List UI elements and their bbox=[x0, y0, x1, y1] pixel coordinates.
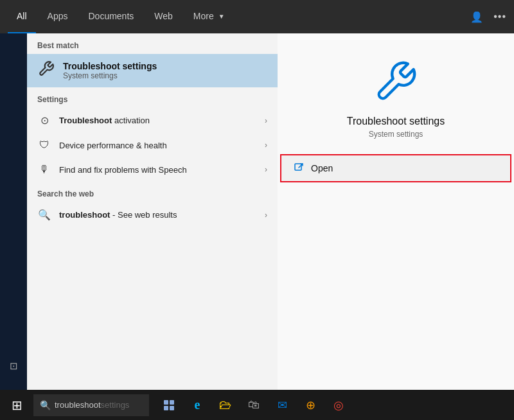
detail-title: Troubleshoot settings bbox=[347, 116, 445, 127]
tab-documents[interactable]: Documents bbox=[79, 0, 143, 33]
svg-rect-3 bbox=[164, 406, 168, 410]
open-button[interactable]: Open bbox=[280, 154, 511, 182]
microphone-icon: 🎙 bbox=[37, 164, 51, 175]
search-typed-text: troubleshoot bbox=[55, 400, 101, 410]
list-item-activation[interactable]: ⊙ Troubleshoot activation › bbox=[27, 108, 278, 133]
chevron-right-icon-3: › bbox=[265, 165, 267, 174]
activation-label: Troubleshoot activation bbox=[59, 116, 257, 125]
mail-icon[interactable]: ✉ bbox=[270, 393, 294, 417]
taskbar-icon-group: e 🗁 🛍 ✉ ⊕ ◎ bbox=[152, 393, 356, 417]
open-label: Open bbox=[311, 163, 333, 173]
folder-icon[interactable]: 🗁 bbox=[213, 393, 238, 417]
task-view-icon[interactable] bbox=[157, 393, 181, 417]
search-box-icon: 🔍 bbox=[40, 400, 51, 410]
chevron-down-icon: ▼ bbox=[218, 13, 225, 20]
detail-wrench-icon bbox=[373, 59, 418, 107]
tab-more[interactable]: More ▼ bbox=[184, 0, 234, 33]
web-search-item[interactable]: 🔍 troubleshoot - See web results › bbox=[27, 202, 278, 227]
web-search-label: Search the web bbox=[27, 182, 278, 202]
open-window-icon bbox=[294, 162, 305, 175]
svg-rect-2 bbox=[170, 400, 174, 405]
tab-all[interactable]: All bbox=[8, 0, 36, 33]
chevron-right-web-icon: › bbox=[265, 211, 267, 220]
nav-right-icons: 👤 ••• bbox=[470, 11, 506, 23]
best-match-title: Troubleshoot settings bbox=[63, 61, 157, 71]
svg-rect-0 bbox=[295, 164, 301, 170]
ie-icon[interactable]: ⊕ bbox=[298, 393, 323, 417]
best-match-item[interactable]: Troubleshoot settings System settings bbox=[27, 54, 278, 87]
chevron-right-icon-2: › bbox=[265, 141, 267, 150]
list-item-speech[interactable]: 🎙 Find and fix problems with Speech › bbox=[27, 157, 278, 182]
start-button[interactable]: ⊞ bbox=[3, 390, 31, 420]
settings-label: Settings bbox=[27, 87, 278, 108]
taskbar: ⊞ 🔍 troubleshoot settings e 🗁 🛍 ✉ ⊕ ◎ bbox=[0, 390, 514, 420]
best-match-subtitle: System settings bbox=[63, 71, 157, 80]
list-item-device-performance[interactable]: 🛡 Device performance & health › bbox=[27, 133, 278, 157]
speech-label: Find and fix problems with Speech bbox=[59, 165, 257, 175]
store-icon[interactable]: 🛍 bbox=[242, 393, 266, 417]
detail-subtitle: System settings bbox=[369, 130, 423, 139]
svg-rect-1 bbox=[164, 400, 168, 405]
web-item-label: troubleshoot - See web results bbox=[59, 210, 257, 220]
chevron-right-icon: › bbox=[265, 116, 267, 125]
taskbar-search-box[interactable]: 🔍 troubleshoot settings bbox=[33, 394, 149, 416]
device-performance-label: Device performance & health bbox=[59, 141, 257, 150]
top-nav: All Apps Documents Web More ▼ 👤 ••• bbox=[0, 0, 514, 33]
chrome-icon[interactable]: ◎ bbox=[326, 393, 351, 417]
sidebar-icon: ⊡ bbox=[10, 360, 18, 372]
search-suggestion-text: settings bbox=[101, 400, 130, 410]
tab-web[interactable]: Web bbox=[145, 0, 182, 33]
more-icon[interactable]: ••• bbox=[493, 11, 506, 22]
person-icon[interactable]: 👤 bbox=[470, 11, 483, 23]
best-match-label: Best match bbox=[27, 33, 278, 54]
shield-icon: 🛡 bbox=[37, 139, 51, 151]
wrench-icon bbox=[37, 60, 55, 81]
tab-apps[interactable]: Apps bbox=[39, 0, 77, 33]
right-panel: Troubleshoot settings System settings Op… bbox=[278, 33, 514, 390]
search-icon: 🔍 bbox=[37, 209, 51, 221]
left-panel: Best match Troubleshoot settings System … bbox=[27, 33, 278, 390]
edge-icon[interactable]: e bbox=[185, 393, 209, 417]
check-circle-icon: ⊙ bbox=[37, 114, 51, 127]
svg-rect-4 bbox=[170, 406, 174, 410]
